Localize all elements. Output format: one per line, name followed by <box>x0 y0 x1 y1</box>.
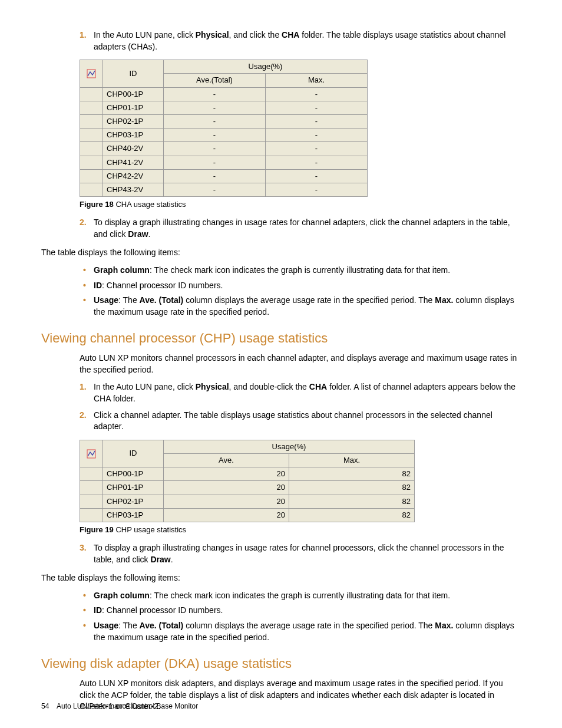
page-number: 54 <box>41 702 49 710</box>
col-ave: Ave. <box>164 453 289 467</box>
list-item: Usage: The Ave. (Total) column displays … <box>80 620 521 643</box>
table-row: CHP02-1P-- <box>80 114 368 128</box>
list-item: Graph column: The check mark icon indica… <box>80 590 521 602</box>
table-row: CHP01-1P-- <box>80 101 368 114</box>
col-usage: Usage(%) <box>164 60 368 74</box>
footer-title: Auto LUN/Performance Control Base Monito… <box>57 702 198 710</box>
section-dka-title: Viewing disk adapter (DKA) usage statist… <box>41 655 521 673</box>
bold-physical: Physical <box>196 30 229 39</box>
step-text: To display a graph illustrating changes … <box>94 218 510 239</box>
list-item: Usage: The Ave. (Total) column displays … <box>80 295 521 318</box>
table-row: CHP03-1P2082 <box>80 508 415 522</box>
table-row: CHP03-1P-- <box>80 129 368 142</box>
list-item: Graph column: The check mark icon indica… <box>80 265 521 276</box>
figure-19-caption: Figure 19 CHP usage statistics <box>80 525 521 535</box>
figure-18-caption: Figure 18 CHA usage statistics <box>80 199 521 210</box>
step-number: 2. <box>80 410 87 421</box>
step-1: 1. In the Auto LUN pane, click Physical,… <box>80 381 521 404</box>
section-chp-title: Viewing channel processor (CHP) usage st… <box>41 330 521 348</box>
col-ave: Ave.(Total) <box>164 74 266 87</box>
table-items-intro: The table displays the following items: <box>41 247 521 259</box>
page-footer: 54 Auto LUN/Performance Control Base Mon… <box>41 701 198 711</box>
list-item: ID: Channel processor ID numbers. <box>80 280 521 292</box>
step-number: 2. <box>80 217 87 229</box>
col-usage: Usage(%) <box>164 440 415 453</box>
table-row: CHP00-1P2082 <box>80 467 415 481</box>
table-row: CHP43-2V-- <box>80 183 368 196</box>
col-max: Max. <box>289 453 415 467</box>
step-text: , and click the <box>229 30 282 39</box>
chart-check-icon <box>87 449 96 459</box>
list-item: ID: Channel processor ID numbers. <box>80 605 521 617</box>
chp-usage-table: ID Usage(%) Ave. Max. CHP00-1P2082 CHP01… <box>80 440 415 522</box>
graph-column-header <box>80 60 103 87</box>
step-text: . <box>148 229 151 239</box>
table-row: CHP40-2V-- <box>80 142 368 156</box>
step-text: In the Auto LUN pane, click <box>94 30 196 39</box>
step-number: 1. <box>80 29 87 41</box>
step-3: 3. To display a graph illustrating chang… <box>80 542 521 565</box>
bold-cha: CHA <box>282 30 299 39</box>
step-2: 2. To display a graph illustrating chang… <box>80 217 521 240</box>
step-1: 1. In the Auto LUN pane, click Physical,… <box>80 29 521 52</box>
table-row: CHP02-1P2082 <box>80 495 415 508</box>
bold-draw: Draw <box>128 229 148 239</box>
table-row: CHP42-2V-- <box>80 169 368 183</box>
table-row: CHP41-2V-- <box>80 156 368 169</box>
col-id: ID <box>103 60 164 87</box>
col-id: ID <box>103 440 164 467</box>
section-chp-intro: Auto LUN XP monitors channel processors … <box>80 353 521 375</box>
graph-column-header <box>80 440 103 467</box>
table-items-intro: The table displays the following items: <box>41 572 521 584</box>
table-row: CHP01-1P2082 <box>80 481 415 495</box>
table-row: CHP00-1P-- <box>80 87 368 101</box>
chart-check-icon <box>87 69 96 78</box>
step-number: 1. <box>80 381 87 393</box>
cha-usage-table: ID Usage(%) Ave.(Total) Max. CHP00-1P-- … <box>80 60 368 197</box>
col-max: Max. <box>266 74 368 87</box>
step-number: 3. <box>80 542 87 554</box>
step-2: 2. Click a channel adapter. The table di… <box>80 410 521 433</box>
